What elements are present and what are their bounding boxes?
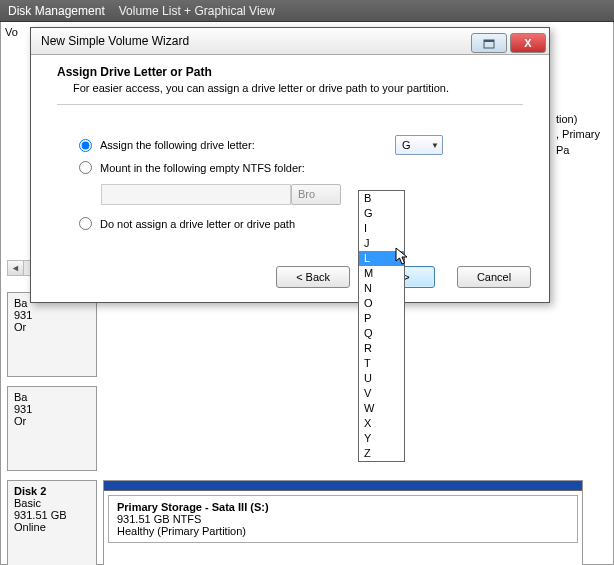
dropdown-item[interactable]: G xyxy=(359,206,404,221)
radio-mount-folder[interactable] xyxy=(79,161,92,174)
dropdown-item[interactable]: Y xyxy=(359,431,404,446)
dropdown-item[interactable]: O xyxy=(359,296,404,311)
divider xyxy=(57,104,523,105)
disk-info: Ba 931 Or xyxy=(7,292,97,377)
option-label: Mount in the following empty NTFS folder… xyxy=(100,162,305,174)
volume-column-header: Vo xyxy=(5,26,23,38)
dropdown-item[interactable]: L xyxy=(359,251,404,266)
volume-details: Primary Storage - Sata III (S:) 931.51 G… xyxy=(108,495,578,543)
volume-name: Primary Storage - Sata III (S:) xyxy=(117,501,569,513)
volume-size: 931.51 GB NTFS xyxy=(117,513,569,525)
window-help-button[interactable] xyxy=(471,33,507,53)
dropdown-item[interactable]: I xyxy=(359,221,404,236)
dropdown-item[interactable]: B xyxy=(359,191,404,206)
disk-info: Ba 931 Or xyxy=(7,386,97,471)
drive-letter-dropdown[interactable]: BGIJLMNOPQRTUVWXYZ xyxy=(358,190,405,462)
dialog-title: New Simple Volume Wizard xyxy=(41,34,189,48)
radio-no-assign[interactable] xyxy=(79,217,92,230)
dropdown-item[interactable]: R xyxy=(359,341,404,356)
dropdown-item[interactable]: P xyxy=(359,311,404,326)
dialog-footer: < Back ext > Cancel xyxy=(31,252,549,302)
option-label: Do not assign a drive letter or drive pa… xyxy=(100,218,295,230)
back-button[interactable]: < Back xyxy=(276,266,350,288)
dialog-subtext: For easier access, you can assign a driv… xyxy=(73,82,523,94)
disk-row: Ba 931 Or xyxy=(7,292,97,377)
app-title: Disk Management xyxy=(8,4,105,18)
dropdown-item[interactable]: T xyxy=(359,356,404,371)
wizard-dialog: New Simple Volume Wizard X Assign Drive … xyxy=(30,27,550,303)
dialog-body: Assign Drive Letter or Path For easier a… xyxy=(31,55,549,252)
browse-button: Bro xyxy=(291,184,341,205)
close-button[interactable]: X xyxy=(510,33,546,53)
app-header: Disk Management Volume List + Graphical … xyxy=(0,0,614,22)
scroll-left-icon[interactable]: ◄ xyxy=(8,261,24,275)
volume-stripe xyxy=(104,481,582,491)
disk-name: Disk 2 xyxy=(14,485,90,497)
radio-assign-letter[interactable] xyxy=(79,139,92,152)
partition-info-clip: tion) , Primary Pa xyxy=(556,112,611,158)
option-no-assign[interactable]: Do not assign a drive letter or drive pa… xyxy=(79,217,523,230)
app-subtitle: Volume List + Graphical View xyxy=(119,4,275,18)
dropdown-item[interactable]: Q xyxy=(359,326,404,341)
cancel-button[interactable]: Cancel xyxy=(457,266,531,288)
option-mount-folder[interactable]: Mount in the following empty NTFS folder… xyxy=(79,161,523,174)
dropdown-item[interactable]: J xyxy=(359,236,404,251)
disk-row: Ba 931 Or xyxy=(7,386,97,471)
dropdown-item[interactable]: U xyxy=(359,371,404,386)
dropdown-item[interactable]: W xyxy=(359,401,404,416)
folder-path-input xyxy=(101,184,291,205)
disk-info: Disk 2 Basic 931.51 GB Online xyxy=(7,480,97,565)
chevron-down-icon: ▼ xyxy=(431,141,439,150)
option-assign-letter[interactable]: Assign the following drive letter: G ▼ xyxy=(79,135,523,155)
dropdown-item[interactable]: Z xyxy=(359,446,404,461)
dialog-heading: Assign Drive Letter or Path xyxy=(57,65,523,79)
dropdown-item[interactable]: M xyxy=(359,266,404,281)
svg-rect-1 xyxy=(484,40,494,42)
dialog-titlebar[interactable]: New Simple Volume Wizard X xyxy=(31,28,549,55)
selected-letter: G xyxy=(402,139,411,151)
disk-volume[interactable]: Primary Storage - Sata III (S:) 931.51 G… xyxy=(103,480,583,565)
option-label: Assign the following drive letter: xyxy=(100,139,255,151)
volume-health: Healthy (Primary Partition) xyxy=(117,525,569,537)
dropdown-item[interactable]: X xyxy=(359,416,404,431)
dropdown-item[interactable]: V xyxy=(359,386,404,401)
dropdown-item[interactable]: N xyxy=(359,281,404,296)
drive-letter-select[interactable]: G ▼ xyxy=(395,135,443,155)
disk-row: Disk 2 Basic 931.51 GB Online Primary St… xyxy=(7,480,583,565)
